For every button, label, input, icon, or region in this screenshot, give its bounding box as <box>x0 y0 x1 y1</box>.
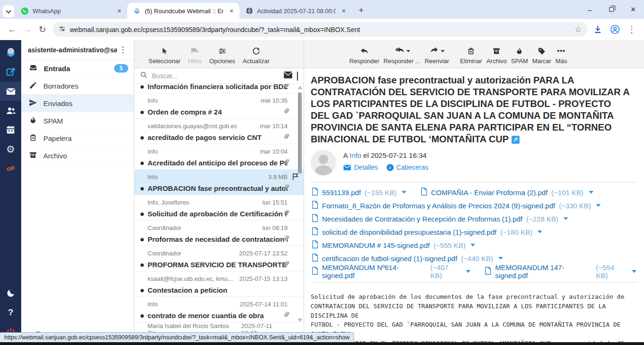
tab-close-icon[interactable]: × <box>227 7 236 15</box>
spam-button[interactable]: SPAM <box>511 46 528 65</box>
attachment-clip-icon <box>282 132 290 142</box>
headers-link[interactable]: i Cabeceras <box>387 164 429 171</box>
attachment-link[interactable]: solicitud de disponibilidad presupuestar… <box>312 227 542 237</box>
scroll-down-arrow[interactable] <box>297 319 302 322</box>
search-bar[interactable]: Buscar... <box>134 68 304 84</box>
webmail-app: ⚙ cP ? asistente-administrativo@sa... ⋮ … <box>0 40 644 345</box>
browser-menu-icon[interactable]: ⋮ <box>624 22 639 37</box>
dark-mode-moon-icon[interactable] <box>0 283 21 303</box>
tab-search-button[interactable] <box>3 5 14 17</box>
profile-avatar-icon[interactable] <box>607 22 622 37</box>
forward-button[interactable]: → <box>20 22 35 37</box>
reply-button[interactable]: Responder <box>349 46 380 65</box>
calendar-button[interactable] <box>0 120 21 140</box>
unread-dot <box>140 238 144 241</box>
sidebar-item-entrada[interactable]: Entrada 5 <box>21 60 134 77</box>
attachment-menu-caret-icon[interactable] <box>632 270 636 273</box>
delete-button[interactable]: Eliminar <box>460 46 482 65</box>
forward-button[interactable]: Reenviar <box>425 46 449 65</box>
browser-tab-whatsapp[interactable]: WhatsApp × <box>15 3 127 19</box>
scroll-up-arrow[interactable] <box>297 86 302 89</box>
tab-close-icon[interactable]: × <box>115 7 124 15</box>
sidebar-item-spam[interactable]: SPAM <box>21 112 134 130</box>
attachment-menu-caret-icon[interactable] <box>537 230 542 233</box>
search-scope-mail-icon[interactable] <box>283 71 293 81</box>
close-button[interactable]: × <box>622 0 644 19</box>
sidebar-item-papelera[interactable]: Papelera <box>21 130 134 147</box>
sidebar-item-borradores[interactable]: Borradores <box>21 77 134 95</box>
url-bar[interactable]: webmail.sanjuan.gob.ec/cpsess1535909589/… <box>53 22 587 37</box>
new-tab-button[interactable]: + <box>355 4 368 17</box>
attachment-menu-caret-icon[interactable] <box>589 191 594 194</box>
open-in-new-window-icon[interactable]: ↗ <box>512 136 520 144</box>
sidebar-item-enviados[interactable]: Enviados <box>21 95 134 112</box>
attachment-menu-caret-icon[interactable] <box>402 191 406 194</box>
details-link[interactable]: Detalles <box>343 164 378 171</box>
scrollbar-thumb[interactable] <box>298 92 302 173</box>
attachment-link[interactable]: MEMORANDUM # 145-signed.pdf (~555 KB) <box>312 240 475 250</box>
message-row[interactable]: Coordinador 2025-07-17 13:52 PROFORMA SE… <box>134 246 304 271</box>
message-row[interactable]: Info, Joseflores lun 15:51 Solicitud de … <box>134 195 304 221</box>
threads-button[interactable]: Hilos <box>188 46 202 65</box>
message-row[interactable]: Info 3.9 MB APROBACION fase precontractu… <box>134 170 304 195</box>
attachment-row: certificacion de futbol-signed (1)-signe… <box>312 252 636 265</box>
browser-tab-actividad[interactable]: Actividad 2025-07-21 08:00:00 × <box>239 3 352 19</box>
more-button[interactable]: ••• Más <box>555 46 567 65</box>
compose-button[interactable] <box>0 62 21 82</box>
attachment-menu-caret-icon[interactable] <box>471 244 475 246</box>
sidebar-item-archivo[interactable]: Archivo <box>21 147 134 164</box>
minimize-button[interactable]: – <box>579 0 601 19</box>
browser-tab-roundcube[interactable]: (5) Roundcube Webmail :: Envia × <box>127 3 239 19</box>
message-row[interactable]: Información financiera solicitada por BD… <box>134 84 304 93</box>
message-row[interactable]: Info mié 10:35 Orden de compra # 24 <box>134 93 304 119</box>
attachment-link[interactable]: COMPAÑIA - Enviar Proforma (2).pdf (~101… <box>421 188 593 197</box>
attachment-menu-caret-icon[interactable] <box>466 270 471 273</box>
tag-icon <box>537 46 546 56</box>
attachment-link[interactable]: 5591139.pdf (~155 KB) <box>312 188 406 197</box>
help-icon[interactable]: ? <box>0 303 21 322</box>
restore-button[interactable] <box>601 0 622 19</box>
unread-dot <box>140 187 144 190</box>
message-subject-header: APROBACION fase precontractual y autoriz… <box>304 68 640 146</box>
attachment-menu-caret-icon[interactable] <box>563 217 568 220</box>
bookmark-star-icon[interactable]: ☆ <box>575 25 582 34</box>
attachment-link[interactable]: MEMORÁNDUM Nº614-signed.pdf (~407 KB) <box>312 263 471 279</box>
recipient-link[interactable]: Info <box>349 151 361 159</box>
archive-button[interactable]: Archivo <box>487 46 507 65</box>
attachment-link[interactable]: certificacion de futbol-signed (1)-signe… <box>312 254 503 263</box>
chat-bubbles-icon <box>190 46 199 56</box>
attachment-menu-caret-icon[interactable] <box>596 204 601 207</box>
tab-close-icon[interactable]: × <box>339 7 348 15</box>
message-body: Solicitud de aprobación de los documento… <box>304 283 644 345</box>
list-scrollbar[interactable] <box>297 85 303 323</box>
contacts-button[interactable] <box>0 101 21 120</box>
info-icon: i <box>387 164 394 171</box>
message-row[interactable]: Coordinador lun 08:19 Proformas de neces… <box>134 221 304 246</box>
message-row[interactable]: validaciones.guayas@cnt.gob.ec mar 10:14… <box>134 119 304 144</box>
settings-gear-icon[interactable]: ⚙ <box>0 140 21 159</box>
mail-module-button[interactable] <box>0 82 21 101</box>
message-row[interactable]: ksaait@fcjse.utb.edu.ec, kmu... 2025-07-… <box>134 271 304 297</box>
message-row[interactable]: Info 2025-07-14 11:01 contrato de menor … <box>134 297 304 322</box>
attachment-link[interactable]: MEMORANDUM 147-signed.pdf (~554 KB) <box>485 263 636 279</box>
cpanel-icon[interactable]: cP <box>0 159 21 178</box>
select-button[interactable]: Seleccionar <box>149 46 181 65</box>
search-options-chevron-icon[interactable] <box>297 72 298 80</box>
url-text[interactable]: webmail.sanjuan.gob.ec/cpsess1535909589/… <box>70 26 571 33</box>
message-subject: Acreditado del anticipo del proceso de P… <box>148 159 288 167</box>
attachment-link[interactable]: Formato_8_Razón de Proformas y Análisis … <box>312 201 601 211</box>
status-url-bar: https://webmail.sanjuan.gob.ec/cpsess153… <box>0 332 354 342</box>
folder-menu-kebab-icon[interactable]: ⋮ <box>117 45 129 55</box>
back-button[interactable]: ← <box>5 22 20 37</box>
mark-button[interactable]: ••• Marcar <box>532 46 551 65</box>
message-row[interactable]: Info mar 10:04 Acreditado del anticipo d… <box>134 144 304 170</box>
site-info-icon[interactable] <box>58 25 66 34</box>
reply-all-button[interactable]: Responder ... <box>384 46 421 65</box>
refresh-button[interactable]: Actualizar <box>243 46 270 65</box>
downloads-icon[interactable] <box>590 22 605 37</box>
options-button[interactable]: Opciones <box>209 46 235 65</box>
reload-button[interactable]: ↻ <box>35 22 50 37</box>
attachment-menu-caret-icon[interactable] <box>498 257 503 260</box>
search-input[interactable]: Buscar... <box>152 72 279 80</box>
attachment-link[interactable]: Necesidades de Contratación y Recepción … <box>312 214 568 224</box>
